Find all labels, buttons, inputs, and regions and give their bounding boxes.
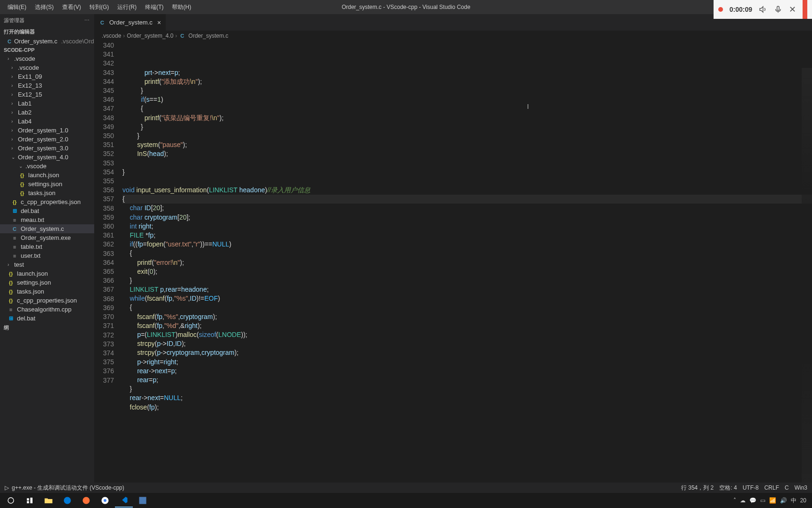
tray-onedrive-icon[interactable]: ☁	[740, 497, 746, 504]
code-line[interactable]: if(s==1)	[122, 95, 812, 104]
tree-item-Lab1[interactable]: ›Lab1	[0, 99, 94, 108]
edge-icon[interactable]	[58, 493, 76, 508]
code-line[interactable]: {	[122, 104, 812, 113]
more-icon[interactable]: ⋯	[84, 17, 90, 24]
code-line[interactable]: printf("error!\n");	[122, 258, 812, 267]
tray-time[interactable]: 20	[800, 497, 806, 504]
code-line[interactable]: fscanf(fp,"%s",cryptogram);	[122, 312, 812, 321]
tray-volume-icon[interactable]: 🔊	[780, 497, 787, 504]
tray-battery-icon[interactable]: ▭	[760, 497, 765, 504]
code-line[interactable]: rear->next=p;	[122, 367, 812, 376]
debug-icon[interactable]: ▷	[5, 484, 9, 491]
code-line[interactable]: printf("添加成功\n");	[122, 77, 812, 86]
ime-indicator[interactable]: 中	[791, 497, 796, 505]
breadcrumb[interactable]: .vscode›Order_system_4.0›COrder_system.c	[94, 31, 812, 41]
tree-item-Chasealgorithm.cpp[interactable]: ≡Chasealgorithm.cpp	[0, 305, 94, 314]
recording-toolbar[interactable]: 0:00:09 ✕	[714, 0, 812, 19]
open-editors-header[interactable]: 打开的编辑器	[0, 27, 94, 37]
tree-item-tasks.json[interactable]: {}tasks.json	[0, 287, 94, 296]
tree-item-.vscode[interactable]: ›.vscode	[0, 54, 94, 63]
tray-chevron-icon[interactable]: ˄	[733, 497, 736, 504]
tray-wechat-icon[interactable]: 💬	[749, 497, 756, 504]
code-line[interactable]: char cryptogram[20];	[122, 213, 812, 222]
code-line[interactable]: exit(0);	[122, 267, 812, 276]
tree-item-Order_system.c[interactable]: COrder_system.c	[0, 224, 94, 233]
tree-item-del.bat[interactable]: ⊞del.bat	[0, 206, 94, 215]
tree-item-Order_system.exe[interactable]: ≡Order_system.exe	[0, 233, 94, 242]
spaces-indicator[interactable]: 空格: 4	[719, 484, 737, 492]
tree-item-settings.json[interactable]: {}settings.json	[0, 180, 94, 188]
menu-终端(T)[interactable]: 终端(T)	[141, 1, 167, 13]
breadcrumb-item[interactable]: Order_system_4.0	[127, 33, 173, 39]
chrome-icon[interactable]	[96, 493, 114, 508]
tree-item-user.txt[interactable]: ≡user.txt	[0, 251, 94, 260]
tree-item-Order_system_3.0[interactable]: ›Order_system_3.0	[0, 144, 94, 153]
tree-item-Ex12_15[interactable]: ›Ex12_15	[0, 90, 94, 99]
code-line[interactable]: {	[122, 249, 812, 258]
cortana-icon[interactable]	[21, 493, 39, 508]
menu-选择(S)[interactable]: 选择(S)	[31, 1, 57, 13]
code-line[interactable]: system("pause");	[122, 140, 812, 149]
code-line[interactable]: fclose(fp);	[122, 403, 812, 412]
code-line[interactable]: strcpy(p->cryptogram,cryptogram);	[122, 348, 812, 357]
tree-item-launch.json[interactable]: {}launch.json	[0, 171, 94, 180]
code-line[interactable]	[122, 177, 812, 186]
menu-编辑(E)[interactable]: 编辑(E)	[4, 1, 30, 13]
code-content[interactable]: I prt->next=p; printf("添加成功\n"); } if(s=…	[122, 41, 812, 483]
code-line[interactable]: if((fp=fopen("user.txt","r"))==NULL)	[122, 240, 812, 249]
code-line[interactable]: }	[122, 131, 812, 140]
language-indicator[interactable]: C	[785, 484, 789, 491]
tree-item-del.bat[interactable]: ⊞del.bat	[0, 314, 94, 323]
app-icon[interactable]	[134, 493, 152, 508]
code-line[interactable]: }	[122, 123, 812, 131]
code-line[interactable]: rear=p;	[122, 376, 812, 385]
start-button[interactable]	[2, 493, 20, 508]
code-line[interactable]: char ID[20];	[122, 204, 812, 213]
code-line[interactable]: }	[122, 168, 812, 177]
tree-item-launch.json[interactable]: {}launch.json	[0, 269, 94, 278]
tree-item-.vscode[interactable]: ›.vscode	[0, 63, 94, 72]
code-line[interactable]: strcpy(p->ID,ID);	[122, 339, 812, 348]
eol-indicator[interactable]: CRLF	[764, 484, 779, 491]
tree-item-Lab4[interactable]: ›Lab4	[0, 117, 94, 126]
minimap[interactable]	[802, 68, 812, 483]
code-line[interactable]: FILE *fp;	[122, 231, 812, 240]
code-line[interactable]: rear->next=NULL;	[122, 393, 812, 402]
cursor-position[interactable]: 行 354，列 2	[681, 484, 714, 492]
tree-item-tasks.json[interactable]: {}tasks.json	[0, 188, 94, 197]
project-header[interactable]: SCODE-CPP	[0, 46, 94, 54]
tree-item-Order_system_4.0[interactable]: ⌄Order_system_4.0	[0, 153, 94, 162]
debug-config[interactable]: g++.exe - 生成和调试活动文件 (VScode-cpp)	[12, 484, 124, 492]
tree-item-Ex11_09[interactable]: ›Ex11_09	[0, 72, 94, 81]
stop-record-button[interactable]	[803, 0, 807, 19]
breadcrumb-item[interactable]: .vscode	[102, 33, 121, 39]
tray-wifi-icon[interactable]: 📶	[769, 497, 776, 504]
tree-item-table.txt[interactable]: ≡table.txt	[0, 242, 94, 251]
microphone-icon[interactable]	[774, 5, 782, 14]
code-line[interactable]: prt->next=p;	[122, 68, 812, 77]
system-tray[interactable]: ˄ ☁ 💬 ▭ 📶 🔊 中 20	[733, 497, 810, 505]
code-line[interactable]: }	[122, 86, 812, 95]
code-line[interactable]: fscanf(fp,"%d",&right);	[122, 321, 812, 330]
tree-item-.vscode[interactable]: ⌄.vscode	[0, 162, 94, 171]
outline-header[interactable]: 纲	[0, 323, 94, 333]
speaker-icon[interactable]	[759, 5, 767, 14]
tree-item-Order_system_2.0[interactable]: ›Order_system_2.0	[0, 135, 94, 144]
code-line[interactable]: while(fscanf(fp,"%s",ID)!=EOF)	[122, 294, 812, 303]
status-left[interactable]: ▷ g++.exe - 生成和调试活动文件 (VScode-cpp)	[0, 483, 129, 493]
windows-taskbar[interactable]: ˄ ☁ 💬 ▭ 📶 🔊 中 20	[0, 493, 812, 508]
tree-item-settings.json[interactable]: {}settings.json	[0, 278, 94, 287]
file-explorer-icon[interactable]	[40, 493, 57, 508]
tree-item-Ex12_13[interactable]: ›Ex12_13	[0, 81, 94, 90]
code-line[interactable]: LINKLIST p,rear=headone;	[122, 285, 812, 294]
code-line[interactable]: {	[122, 195, 812, 204]
close-icon[interactable]: ✕	[789, 4, 796, 15]
tree-item-meau.txt[interactable]: ≡meau.txt	[0, 215, 94, 224]
encoding-indicator[interactable]: UTF-8	[743, 484, 759, 491]
tab-close-icon[interactable]: ×	[157, 19, 161, 26]
code-line[interactable]: p=(LINKLIST)malloc(sizeof(LNODE));	[122, 330, 812, 339]
menu-帮助(H)[interactable]: 帮助(H)	[168, 1, 195, 13]
vscode-icon[interactable]	[115, 493, 133, 508]
code-editor[interactable]: 3403413423433443453463473483493503513523…	[94, 41, 812, 483]
menu-转到(G)[interactable]: 转到(G)	[86, 1, 113, 13]
